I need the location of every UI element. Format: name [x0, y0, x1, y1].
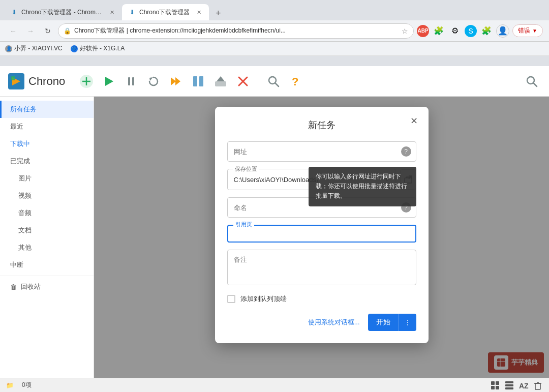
- memo-input[interactable]: [227, 250, 416, 285]
- start-button[interactable]: 开始: [368, 314, 399, 331]
- ext-puzzle[interactable]: 🧩: [480, 24, 493, 38]
- referrer-input[interactable]: [233, 229, 410, 238]
- bookmark-xiaoy[interactable]: 👤 小弄 - XIAOYI.VC: [5, 44, 63, 53]
- app-body: 所有任务 最近 下载中 已完成 图片 视频 音频 文档: [0, 97, 549, 378]
- grid-view-icon[interactable]: [490, 380, 500, 390]
- url-help-icon[interactable]: ?: [401, 146, 411, 157]
- bookmark-x1g[interactable]: 💙 好软件 - X1G.LA: [71, 44, 125, 53]
- sidebar-item-images[interactable]: 图片: [0, 170, 94, 187]
- use-system-dialog-button[interactable]: 使用系统对话框...: [306, 316, 362, 329]
- refresh-icon: [147, 75, 160, 88]
- referrer-field-group: 引用页: [227, 225, 416, 243]
- error-button[interactable]: 错误 ▼: [512, 24, 543, 37]
- main-content: 新任务 ✕ ? 你可以输入多行网址进行同时下载；你还可以使用批量描述符进行批量下…: [94, 97, 549, 378]
- sidebar-label-docs: 文档: [18, 226, 32, 235]
- svg-marker-11: [175, 77, 180, 85]
- columns-icon: [192, 75, 205, 88]
- sidebar-item-interrupted[interactable]: 中断: [0, 256, 94, 274]
- app-logo-text: Chrono: [28, 75, 65, 88]
- modal-title: 新任务: [227, 119, 416, 131]
- trash-icon: 🗑: [10, 283, 17, 291]
- tray-icon: [214, 74, 228, 88]
- sidebar-label-images: 图片: [18, 174, 32, 183]
- toolbar-startall-button[interactable]: [167, 72, 185, 91]
- tab-inactive[interactable]: ⬇ Chrono下载管理器 - Chrome 扩... ✕: [4, 4, 122, 20]
- sidebar-item-all[interactable]: 所有任务: [0, 101, 94, 118]
- sidebar-item-trash[interactable]: 🗑 回收站: [0, 278, 94, 295]
- svg-marker-10: [171, 77, 176, 85]
- pause-icon: [125, 75, 138, 88]
- toolbar-search-button[interactable]: [523, 72, 541, 91]
- delete-icon: [236, 75, 250, 88]
- toolbar-add-button[interactable]: [77, 72, 96, 91]
- svg-rect-31: [496, 381, 499, 385]
- error-chevron-icon: ▼: [532, 28, 537, 34]
- address-text: Chrono下载管理器 | chrome-extension://mciiogj…: [74, 26, 399, 35]
- sort-az-icon[interactable]: AZ: [518, 380, 529, 390]
- toolbar-start-button[interactable]: [100, 72, 118, 91]
- toolbar-tray-button[interactable]: [211, 72, 230, 91]
- ext-abp[interactable]: ABP: [417, 25, 429, 37]
- search-icon: [525, 75, 538, 88]
- start-button-group: 开始 ⋮: [368, 314, 416, 331]
- sidebar-item-audio[interactable]: 音频: [0, 204, 94, 222]
- url-input[interactable]: [227, 141, 416, 162]
- sidebar-label-video: 视频: [18, 191, 32, 200]
- ext-3[interactable]: ⚙: [448, 24, 462, 38]
- forward-button[interactable]: →: [23, 24, 38, 38]
- error-label: 错误: [518, 26, 530, 35]
- sidebar-item-downloading[interactable]: 下载中: [0, 135, 94, 153]
- modal-close-button[interactable]: ✕: [408, 115, 420, 127]
- svg-rect-32: [491, 386, 495, 389]
- tab-close-2[interactable]: ✕: [195, 8, 203, 16]
- status-trash-icon[interactable]: [533, 380, 543, 390]
- add-icon: [79, 74, 94, 88]
- list-view-icon[interactable]: [504, 380, 514, 390]
- add-to-top-checkbox[interactable]: [227, 295, 235, 303]
- new-tab-button[interactable]: +: [211, 6, 225, 20]
- app-logo: Chrono: [8, 73, 65, 89]
- nav-bar: ← → ↻ 🔒 Chrono下载管理器 | chrome-extension:/…: [0, 20, 549, 42]
- svg-rect-14: [215, 81, 226, 86]
- address-bar[interactable]: 🔒 Chrono下载管理器 | chrome-extension://mciio…: [58, 23, 414, 39]
- svg-marker-9: [149, 77, 153, 81]
- tab-favicon-2: ⬇: [128, 8, 136, 16]
- tab-close-1[interactable]: ✕: [108, 8, 116, 16]
- modal-footer: 使用系统对话框... 开始 ⋮: [227, 314, 416, 331]
- save-location-label: 保存位置: [233, 165, 259, 173]
- sidebar-item-docs[interactable]: 文档: [0, 222, 94, 239]
- svg-rect-30: [491, 381, 495, 385]
- toolbar-help-button[interactable]: ?: [287, 72, 305, 91]
- toolbar-delete-button[interactable]: [234, 72, 252, 91]
- svg-line-19: [276, 83, 279, 86]
- back-button[interactable]: ←: [6, 24, 20, 38]
- sidebar-item-completed[interactable]: 已完成: [0, 153, 94, 170]
- browser-extensions: ABP 🧩 ⚙ S 🧩 👤 错误 ▼: [417, 24, 543, 38]
- checkbox-label: 添加到队列顶端: [240, 294, 287, 304]
- svg-rect-35: [505, 384, 513, 386]
- bookmarks-bar: 👤 小弄 - XIAOYI.VC 💙 好软件 - X1G.LA: [0, 42, 549, 56]
- refresh-button[interactable]: ↻: [41, 24, 55, 38]
- sidebar-item-video[interactable]: 视频: [0, 187, 94, 204]
- tab-label-1: Chrono下载管理器 - Chrome 扩...: [21, 8, 103, 17]
- toolbar-find-button[interactable]: [264, 72, 283, 91]
- memo-field-group: [227, 250, 416, 287]
- sidebar-item-recent[interactable]: 最近: [0, 118, 94, 135]
- toolbar-columns-button[interactable]: [189, 72, 207, 91]
- start-dropdown-button[interactable]: ⋮: [399, 314, 416, 331]
- sidebar-label-interrupted: 中断: [10, 260, 23, 269]
- svg-line-22: [534, 83, 537, 86]
- bookmark-star-icon[interactable]: ☆: [402, 27, 408, 35]
- ext-avatar[interactable]: 👤: [496, 24, 509, 38]
- ext-skype[interactable]: S: [465, 25, 477, 37]
- sidebar-label-completed: 已完成: [10, 157, 30, 166]
- sidebar-item-other[interactable]: 其他: [0, 239, 94, 256]
- ext-2[interactable]: 🧩: [432, 24, 445, 38]
- lock-icon: 🔒: [64, 27, 71, 35]
- svg-rect-36: [505, 387, 513, 389]
- toolbar-refresh-button[interactable]: [144, 72, 163, 91]
- checkbox-group: 添加到队列顶端: [227, 294, 416, 304]
- svg-rect-34: [505, 381, 513, 383]
- toolbar-pause-button[interactable]: [122, 72, 140, 91]
- tab-active[interactable]: ⬇ Chrono下载管理器 ✕: [122, 4, 209, 20]
